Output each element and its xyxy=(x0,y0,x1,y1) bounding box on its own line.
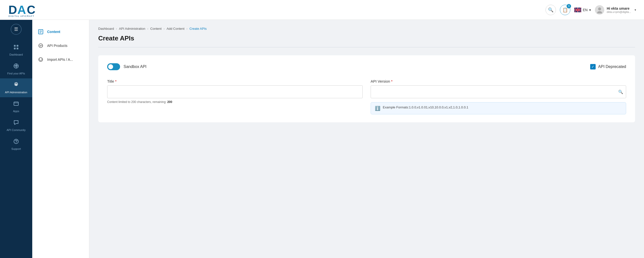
title-label: Title * xyxy=(107,79,363,83)
title-form-group: Title * Content limited to 200 character… xyxy=(107,79,363,114)
form-row: Title * Content limited to 200 character… xyxy=(107,79,626,114)
api-community-label: API Community xyxy=(7,128,26,132)
svg-rect-10 xyxy=(16,48,18,49)
svg-rect-9 xyxy=(14,48,16,49)
api-version-form-group: API Version * 🔍 ℹ️ Example Formats:1.0.0… xyxy=(370,79,626,114)
breadcrumb-sep-4: › xyxy=(186,27,188,30)
sidebar-item-dashboard[interactable]: Dashboard xyxy=(0,41,32,60)
breadcrumb-sep-2: › xyxy=(147,27,148,30)
breadcrumb-sep-3: › xyxy=(164,27,164,30)
dac-logo: D A C DIGITAL APICRAFT xyxy=(8,2,52,17)
notification-icon: 📋 xyxy=(562,7,568,13)
find-apis-label: Find your APIs xyxy=(7,72,25,75)
apps-icon xyxy=(13,101,19,108)
api-version-input-wrapper: 🔍 xyxy=(370,85,626,98)
flag-icon xyxy=(574,8,581,12)
logo-svg: D A C DIGITAL APICRAFT xyxy=(8,2,52,17)
svg-rect-7 xyxy=(14,45,16,47)
deprecated-label: API Deprecated xyxy=(598,64,626,69)
svg-text:C: C xyxy=(27,3,36,16)
breadcrumb-create-apis: Create APIs xyxy=(190,27,207,30)
import-apis-icon xyxy=(37,56,44,63)
char-limit-text: Content limited to 200 characters, remai… xyxy=(107,100,363,104)
svg-point-12 xyxy=(15,65,17,67)
breadcrumb: Dashboard › API Administration › Content… xyxy=(98,27,635,30)
svg-point-6 xyxy=(597,11,602,14)
avatar xyxy=(595,5,604,15)
svg-text:A: A xyxy=(17,3,26,16)
deprecated-group: ✓ API Deprecated xyxy=(590,64,626,70)
title-required-star: * xyxy=(115,79,116,83)
api-version-search-icon: 🔍 xyxy=(618,90,623,94)
svg-text:DIGITAL APICRAFT: DIGITAL APICRAFT xyxy=(8,15,34,17)
sidebar-api-products-item[interactable]: API API Products xyxy=(32,39,89,52)
notification-button[interactable]: 📋 0 xyxy=(560,5,570,15)
api-admin-icon xyxy=(13,82,19,89)
sidebar-content-item[interactable]: Content xyxy=(32,25,89,39)
notification-badge: 0 xyxy=(566,4,571,8)
svg-rect-8 xyxy=(16,45,18,47)
sandbox-toggle[interactable] xyxy=(107,63,120,70)
dashboard-label: Dashboard xyxy=(10,53,23,56)
content-icon xyxy=(37,28,44,35)
main-layout: ☰ Dashboard Fi xyxy=(0,20,644,258)
support-icon xyxy=(13,138,19,146)
secondary-sidebar: Content API API Products Import APIs xyxy=(32,20,89,258)
dashboard-icon xyxy=(13,44,19,52)
api-version-input[interactable] xyxy=(370,85,626,98)
user-name: Hi ekta umare xyxy=(607,6,631,10)
avatar-icon xyxy=(596,6,603,14)
breadcrumb-sep-1: › xyxy=(116,27,117,30)
language-chevron-icon: ▾ xyxy=(589,8,591,12)
toggle-knob xyxy=(108,64,113,69)
sidebar-import-apis-item[interactable]: Import APIs / A... xyxy=(32,52,89,66)
breadcrumb-add-content[interactable]: Add Content xyxy=(166,27,184,30)
support-label: Support xyxy=(12,147,21,150)
breadcrumb-api-admin[interactable]: API Administration xyxy=(119,27,145,30)
sidebar-item-find-apis[interactable]: Find your APIs xyxy=(0,60,32,78)
toggle-row: Sandbox API ✓ API Deprecated xyxy=(107,63,626,70)
find-apis-icon xyxy=(13,63,19,70)
deprecated-checkbox[interactable]: ✓ xyxy=(590,64,596,70)
sandbox-toggle-label: Sandbox API xyxy=(124,64,146,69)
api-version-label: API Version * xyxy=(370,79,626,83)
title-input[interactable] xyxy=(107,85,363,98)
user-text-block: Hi ekta umare ekta.u+pm@digita... xyxy=(607,6,631,14)
svg-point-11 xyxy=(14,64,18,68)
info-icon: ℹ️ xyxy=(375,106,380,111)
title-divider xyxy=(98,47,635,48)
svg-text:D: D xyxy=(8,3,17,16)
api-version-info-box: ℹ️ Example Formats:1.0.0,v1.0.01,v10,10.… xyxy=(370,102,626,114)
language-label: EN xyxy=(583,8,588,12)
sidebar-item-api-admin[interactable]: API Administration xyxy=(0,78,32,97)
top-header: D A C DIGITAL APICRAFT 🔍 📋 0 xyxy=(0,0,644,20)
svg-text:API: API xyxy=(40,45,43,47)
menu-toggle-button[interactable]: ☰ xyxy=(11,24,22,35)
page-title: Create APIs xyxy=(98,34,635,42)
api-admin-label: API Administration xyxy=(5,91,27,94)
search-button[interactable]: 🔍 xyxy=(546,5,556,15)
search-icon: 🔍 xyxy=(548,7,554,13)
import-apis-label: Import APIs / A... xyxy=(47,58,73,62)
content-label: Content xyxy=(47,30,60,34)
api-community-icon xyxy=(13,120,19,127)
user-chevron-icon: ▾ xyxy=(634,8,636,12)
sidebar-item-apps[interactable]: Apps xyxy=(0,97,32,116)
api-version-required-star: * xyxy=(391,79,393,83)
language-selector[interactable]: EN ▾ xyxy=(574,8,591,12)
user-email: ekta.u+pm@digita... xyxy=(607,10,631,14)
hamburger-icon: ☰ xyxy=(14,26,18,32)
checkmark-icon: ✓ xyxy=(592,65,594,69)
user-info[interactable]: Hi ekta umare ekta.u+pm@digita... ▾ xyxy=(595,5,636,15)
form-card: Sandbox API ✓ API Deprecated Title * xyxy=(98,55,635,122)
api-products-label: API Products xyxy=(47,44,68,48)
header-right: 🔍 📋 0 EN ▾ xyxy=(546,5,636,15)
api-version-info-text: Example Formats:1.0.0,v1.0.01,v10,10.0.0… xyxy=(383,106,468,109)
logo-area: D A C DIGITAL APICRAFT xyxy=(8,2,52,17)
sidebar-item-api-community[interactable]: API Community xyxy=(0,116,32,135)
breadcrumb-dashboard[interactable]: Dashboard xyxy=(98,27,114,30)
sidebar-item-support[interactable]: Support xyxy=(0,135,32,154)
api-products-icon: API xyxy=(37,42,44,49)
svg-point-5 xyxy=(598,8,601,10)
breadcrumb-content[interactable]: Content xyxy=(150,27,162,30)
